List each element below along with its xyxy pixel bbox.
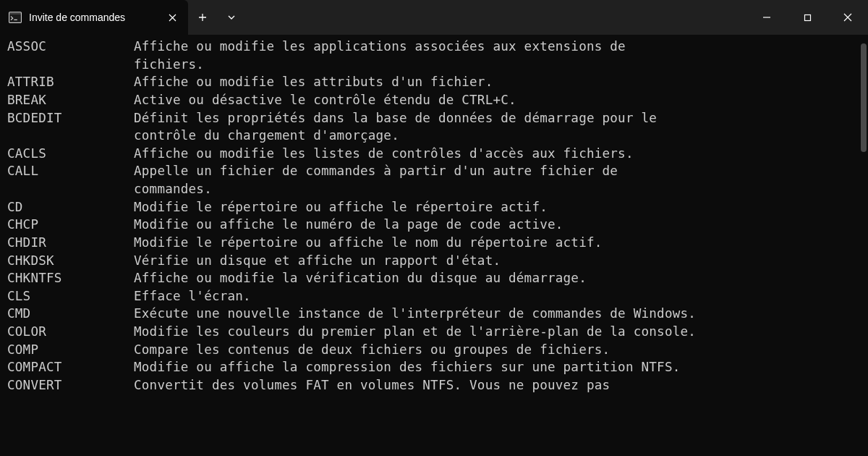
svg-rect-1 bbox=[9, 12, 22, 14]
command-description: Affiche ou modifie les listes de contrôl… bbox=[134, 145, 634, 163]
command-description-cont: fichiers. bbox=[7, 56, 861, 74]
tab-active[interactable]: Invite de commandes bbox=[0, 0, 188, 35]
command-description: Modifie ou affiche la compression des fi… bbox=[134, 358, 680, 376]
command-name: CLS bbox=[7, 287, 134, 305]
terminal-output[interactable]: ASSOCAffiche ou modifie les applications… bbox=[0, 35, 868, 456]
command-name: COLOR bbox=[7, 323, 134, 341]
command-row: COLORModifie les couleurs du premier pla… bbox=[7, 323, 861, 341]
command-row: CACLSAffiche ou modifie les listes de co… bbox=[7, 145, 861, 163]
command-row: CDModifie le répertoire ou affiche le ré… bbox=[7, 198, 861, 216]
command-description: Modifie le répertoire ou affiche le répe… bbox=[134, 198, 548, 216]
command-description: Affiche ou modifie les attributs d'un fi… bbox=[134, 73, 493, 91]
command-row: CMDExécute une nouvelle instance de l'in… bbox=[7, 305, 861, 323]
command-name: CACLS bbox=[7, 145, 134, 163]
command-row: CHKDSKVérifie un disque et affiche un ra… bbox=[7, 252, 861, 270]
minimize-button[interactable] bbox=[746, 0, 787, 35]
command-description: Exécute une nouvelle instance de l'inter… bbox=[134, 305, 696, 323]
command-name: CHKNTFS bbox=[7, 269, 134, 287]
command-row: CALLAppelle un fichier de commandes à pa… bbox=[7, 162, 861, 180]
command-name: CALL bbox=[7, 162, 134, 180]
command-row: CHDIRModifie le répertoire ou affiche le… bbox=[7, 234, 861, 252]
command-row: ATTRIBAffiche ou modifie les attributs d… bbox=[7, 73, 861, 91]
titlebar-drag-area[interactable] bbox=[246, 0, 746, 35]
command-row: BREAKActive ou désactive le contrôle éte… bbox=[7, 91, 861, 109]
command-name: ATTRIB bbox=[7, 73, 134, 91]
command-row: CONVERTConvertit des volumes FAT en volu… bbox=[7, 376, 861, 394]
terminal-icon bbox=[9, 11, 22, 24]
command-name: CHDIR bbox=[7, 234, 134, 252]
command-description: Vérifie un disque et affiche un rapport … bbox=[134, 252, 501, 270]
command-row: CLSEfface l'écran. bbox=[7, 287, 861, 305]
command-description: Appelle un fichier de commandes à partir… bbox=[134, 162, 618, 180]
command-name: COMPACT bbox=[7, 358, 134, 376]
command-name: COMP bbox=[7, 341, 134, 359]
tab-title: Invite de commandes bbox=[29, 12, 158, 23]
tab-dropdown-button[interactable] bbox=[217, 0, 246, 35]
command-row: COMPACTModifie ou affiche la compression… bbox=[7, 358, 861, 376]
command-description: Affiche ou modifie la vérification du di… bbox=[134, 269, 587, 287]
tab-actions bbox=[188, 0, 246, 35]
command-name: CMD bbox=[7, 305, 134, 323]
command-description: Modifie les couleurs du premier plan et … bbox=[134, 323, 696, 341]
command-row: CHKNTFSAffiche ou modifie la vérificatio… bbox=[7, 269, 861, 287]
command-description: Modifie le répertoire ou affiche le nom … bbox=[134, 234, 603, 252]
command-name: CD bbox=[7, 198, 134, 216]
command-name: BCDEDIT bbox=[7, 109, 134, 127]
command-name: CONVERT bbox=[7, 376, 134, 394]
command-description: Convertit des volumes FAT en volumes NTF… bbox=[134, 376, 610, 394]
command-row: CHCPModifie ou affiche le numéro de la p… bbox=[7, 216, 861, 234]
command-description: Modifie ou affiche le numéro de la page … bbox=[134, 216, 563, 234]
command-description-cont: contrôle du chargement d'amorçage. bbox=[7, 127, 861, 145]
command-description: Définit les propriétés dans la base de d… bbox=[134, 109, 657, 127]
command-description-cont: commandes. bbox=[7, 180, 861, 198]
command-description: Compare les contenus de deux fichiers ou… bbox=[134, 341, 610, 359]
new-tab-button[interactable] bbox=[188, 0, 217, 35]
scrollbar-thumb[interactable] bbox=[861, 43, 867, 152]
command-description: Active ou désactive le contrôle étendu d… bbox=[134, 91, 516, 109]
titlebar: Invite de commandes bbox=[0, 0, 868, 35]
command-name: ASSOC bbox=[7, 38, 134, 56]
command-row: BCDEDITDéfinit les propriétés dans la ba… bbox=[7, 109, 861, 127]
window-controls bbox=[746, 0, 868, 35]
command-row: ASSOCAffiche ou modifie les applications… bbox=[7, 38, 861, 56]
command-description: Efface l'écran. bbox=[134, 287, 251, 305]
command-name: CHCP bbox=[7, 216, 134, 234]
tab-close-button[interactable] bbox=[165, 10, 179, 25]
command-description: Affiche ou modifie les applications asso… bbox=[134, 38, 626, 56]
command-row: COMPCompare les contenus de deux fichier… bbox=[7, 341, 861, 359]
command-name: BREAK bbox=[7, 91, 134, 109]
close-button[interactable] bbox=[827, 0, 868, 35]
svg-rect-4 bbox=[804, 14, 810, 20]
maximize-button[interactable] bbox=[787, 0, 827, 35]
command-name: CHKDSK bbox=[7, 252, 134, 270]
